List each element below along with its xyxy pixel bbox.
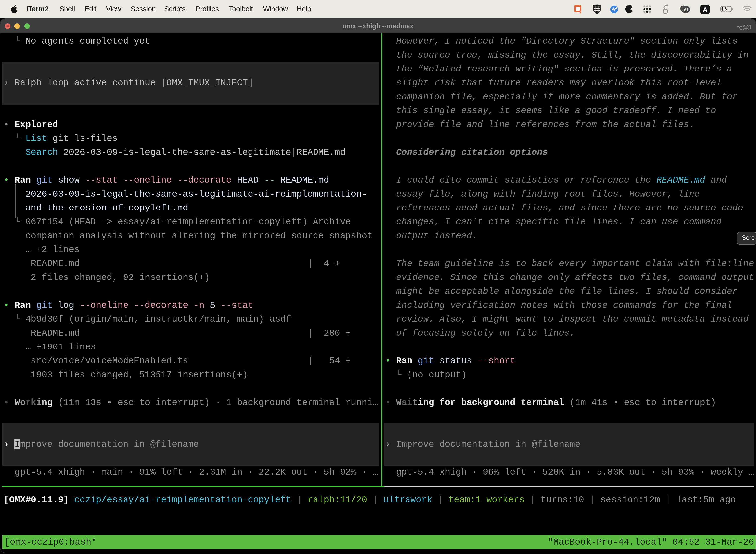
svg-text:A: A [703, 6, 708, 13]
svg-text:..61: ..61 [682, 8, 689, 12]
